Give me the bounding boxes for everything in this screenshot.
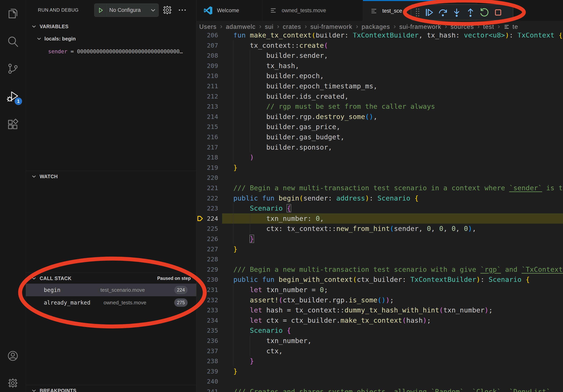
line-number[interactable]: 231 <box>196 285 218 295</box>
debug-settings-gear-button[interactable] <box>162 4 173 16</box>
line-number[interactable]: 228 <box>196 254 218 264</box>
section-variables[interactable]: VARIABLES <box>26 21 196 32</box>
line-number[interactable]: 219 <box>196 162 218 173</box>
line-number[interactable]: 230 <box>196 274 218 285</box>
chevron-right-icon: › <box>445 23 447 30</box>
activitybar-item-explorer[interactable] <box>0 1 26 25</box>
line-number[interactable]: 209 <box>196 61 218 71</box>
breadcrumb-item[interactable]: test <box>483 23 494 30</box>
code-line-213: 213 // rgp must be set from the caller a… <box>196 101 563 112</box>
breadcrumb-item[interactable]: sui-framework <box>310 23 352 30</box>
code-line-206: 206fun make_tx_context(builder: TxContex… <box>196 33 563 40</box>
continue-button[interactable] <box>422 6 436 19</box>
callstack-frame-begin[interactable]: begin test_scenario.move 224 <box>26 284 196 296</box>
line-number[interactable]: 222 <box>196 193 218 203</box>
activitybar-item-extensions[interactable] <box>0 113 26 136</box>
activitybar-item-search[interactable] <box>0 30 26 53</box>
breadcrumb-item[interactable]: sources <box>450 23 474 30</box>
code-line-228: 228 <box>196 254 563 264</box>
line-number[interactable]: 229 <box>196 264 218 274</box>
breadcrumb-item[interactable]: packages <box>362 23 390 30</box>
line-number[interactable]: 236 <box>196 336 218 346</box>
restart-button[interactable] <box>477 6 491 19</box>
activitybar-item-run-and-debug[interactable]: 1 <box>0 85 26 108</box>
breadcrumb-item[interactable]: sui-framework <box>399 23 441 30</box>
code-line-211: 211 builder.epoch_timestamp_ms, <box>196 81 563 91</box>
tab-label: owned_tests.move <box>282 8 326 14</box>
start-debug-button[interactable] <box>94 4 107 17</box>
section-watch[interactable]: WATCH <box>26 171 196 182</box>
line-number[interactable]: 226 <box>196 234 218 244</box>
tab-Welcome[interactable]: Welcome <box>196 0 262 21</box>
callstack-status: Paused on step <box>157 276 191 281</box>
activitybar-item-account[interactable] <box>0 344 26 367</box>
line-number[interactable]: 225 <box>196 223 218 234</box>
chevron-right-icon: › <box>220 23 222 30</box>
breadcrumb-item[interactable]: te <box>512 23 518 30</box>
chevron-right-icon: › <box>394 23 396 30</box>
line-number[interactable]: 210 <box>196 71 218 81</box>
line-number[interactable]: 217 <box>196 142 218 152</box>
search-icon <box>7 36 19 48</box>
scope-label: locals: begin <box>44 36 76 42</box>
line-number[interactable]: 233 <box>196 305 218 315</box>
chevron-right-icon: › <box>498 23 500 30</box>
step-over-button[interactable] <box>436 6 450 19</box>
line-number[interactable]: 235 <box>196 325 218 336</box>
line-number[interactable]: 234 <box>196 315 218 326</box>
extensions-icon <box>7 118 19 131</box>
frame-line-badge: 224 <box>174 286 188 294</box>
line-number[interactable]: 214 <box>196 112 218 122</box>
section-call-stack[interactable]: CALL STACKPaused on step <box>26 273 196 284</box>
line-number[interactable]: 223 <box>196 203 218 213</box>
line-number[interactable]: 241 <box>196 386 218 392</box>
line-number[interactable]: 216 <box>196 132 218 142</box>
tab-owned_tests.move[interactable]: owned_tests.move <box>262 0 363 21</box>
line-number[interactable]: 240 <box>196 376 218 386</box>
line-number[interactable]: 211 <box>196 81 218 91</box>
code-line-210: 210 builder.epoch, <box>196 71 563 81</box>
breadcrumb-item[interactable]: adamwelc <box>226 23 256 30</box>
toolbar-grip-icon[interactable] <box>413 6 422 19</box>
breadcrumb-item[interactable]: Users <box>199 23 217 30</box>
frame-file: test_scenario.move <box>100 287 145 293</box>
debug-config-dropdown[interactable]: No Configura <box>94 3 159 17</box>
files-icon <box>7 7 19 19</box>
breadcrumb-item[interactable]: crates <box>283 23 301 30</box>
breadcrumb-item[interactable]: sui <box>265 23 274 30</box>
code-line-226: 226 } <box>196 234 563 244</box>
line-number[interactable]: 212 <box>196 91 218 102</box>
activitybar-item-settings[interactable] <box>0 372 26 392</box>
line-number[interactable]: 220 <box>196 172 218 183</box>
variables-scope-row[interactable]: locals: begin <box>26 33 196 44</box>
stop-button[interactable] <box>491 6 505 19</box>
frame-line-badge: 275 <box>174 299 188 307</box>
line-number[interactable]: 208 <box>196 50 218 61</box>
activitybar-item-source-control[interactable] <box>0 57 26 80</box>
line-number[interactable]: 237 <box>196 346 218 356</box>
line-number[interactable]: 227 <box>196 244 218 254</box>
line-number[interactable]: 239 <box>196 366 218 376</box>
line-number[interactable]: 206 <box>196 33 218 40</box>
debug-badge: 1 <box>15 97 22 105</box>
line-number[interactable]: 213 <box>196 101 218 112</box>
line-number[interactable]: 215 <box>196 122 218 132</box>
sidebar-more-actions-button[interactable] <box>177 4 188 16</box>
step-out-button[interactable] <box>464 6 477 19</box>
line-number[interactable]: 218 <box>196 152 218 162</box>
account-icon <box>7 350 19 362</box>
line-number[interactable]: 221 <box>196 183 218 193</box>
source-control-icon <box>7 63 19 75</box>
line-number[interactable]: 238 <box>196 356 218 366</box>
section-breakpoints[interactable]: BREAKPOINTS <box>26 385 196 392</box>
line-number[interactable]: 232 <box>196 295 218 305</box>
move-file-icon <box>370 7 378 15</box>
variable-row[interactable]: sender = 0000000000000000000000000000000… <box>26 46 196 57</box>
callstack-frame-already_marked[interactable]: already_marked owned_tests.move 275 <box>26 296 196 309</box>
line-number[interactable]: 207 <box>196 40 218 51</box>
code-line-229: 229/// Begin a new multi-transaction tes… <box>196 264 563 274</box>
step-into-button[interactable] <box>450 6 464 19</box>
code-line-217: 217 builder.sponsor, <box>196 142 563 152</box>
code-editor[interactable]: 206fun make_tx_context(builder: TxContex… <box>196 33 563 392</box>
code-line-241: 241/// Creates and shares system objects… <box>196 386 563 392</box>
